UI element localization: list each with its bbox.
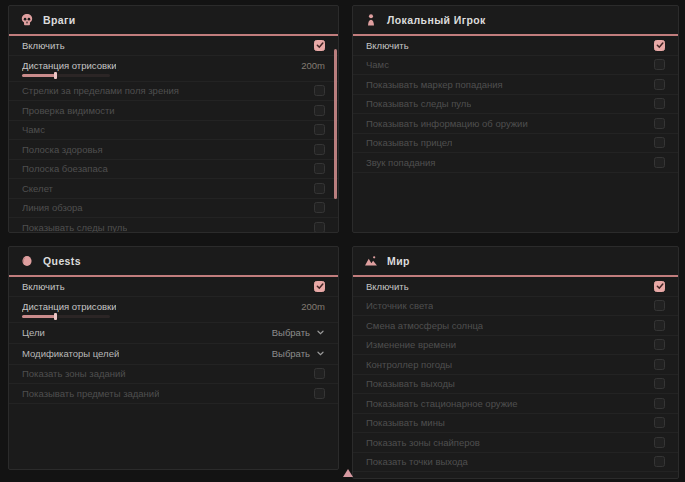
toggle-row[interactable]: Контроллер погоды (353, 355, 678, 375)
checkbox-checked[interactable] (654, 40, 665, 51)
toggle-row[interactable]: Показывать мины (353, 414, 678, 434)
toggle-row[interactable]: Звук попадания (353, 153, 678, 173)
dropdown-value: Выбрать (272, 348, 310, 359)
checkbox-unchecked[interactable] (654, 320, 665, 331)
slider-row[interactable]: Дистанция отрисовки200m (9, 56, 338, 82)
panel-header[interactable]: Враги (9, 6, 338, 34)
panel-enemies: Враги ВключитьДистанция отрисовки200mСтр… (8, 5, 339, 233)
checkbox-unchecked[interactable] (314, 388, 325, 399)
player-icon (364, 13, 378, 27)
toggle-row[interactable]: Показать точки выхода (353, 453, 678, 473)
setting-label: Чамс (22, 124, 45, 135)
toggle-row[interactable]: Полоска боезапаса (9, 160, 338, 180)
checkbox-unchecked[interactable] (314, 144, 325, 155)
toggle-row[interactable]: Стрелки за пределами поля зрения (9, 82, 338, 102)
toggle-row[interactable]: Показать зоны снайперов (353, 433, 678, 453)
checkbox-unchecked[interactable] (314, 368, 325, 379)
toggle-row[interactable]: Включить (353, 36, 678, 56)
checkbox-unchecked[interactable] (314, 202, 325, 213)
toggle-row[interactable]: Линия обзора (9, 199, 338, 219)
toggle-row[interactable]: Смена атмосферы солнца (353, 316, 678, 336)
toggle-row[interactable]: Показывать прицел (353, 134, 678, 154)
toggle-row[interactable]: Показывать выходы (353, 375, 678, 395)
checkbox-unchecked[interactable] (314, 124, 325, 135)
setting-label: Чамс (366, 59, 389, 70)
checkbox-unchecked[interactable] (654, 59, 665, 70)
panel-world: Мир ВключитьИсточник светаСмена атмосфер… (352, 246, 679, 479)
checkbox-unchecked[interactable] (314, 85, 325, 96)
settings-list: ВключитьДистанция отрисовки200mЦелиВыбра… (9, 277, 338, 469)
toggle-row[interactable]: Источник света (353, 297, 678, 317)
setting-label: Показывать стационарное оружие (366, 398, 518, 409)
setting-label: Источник света (366, 300, 433, 311)
dropdown[interactable]: Выбрать (272, 327, 325, 338)
dropdown[interactable]: Выбрать (272, 348, 325, 359)
slider-track[interactable] (22, 74, 110, 77)
toggle-row[interactable]: Чамс (9, 121, 338, 141)
checkbox-unchecked[interactable] (654, 359, 665, 370)
slider-fill (22, 315, 55, 318)
checkbox-checked[interactable] (314, 281, 325, 292)
toggle-row[interactable]: Включить (9, 277, 338, 297)
checkbox-unchecked[interactable] (654, 157, 665, 168)
setting-label: Показывать мины (366, 417, 445, 428)
checkbox-unchecked[interactable] (654, 437, 665, 448)
checkbox-unchecked[interactable] (654, 118, 665, 129)
slider-handle[interactable] (54, 72, 57, 79)
panel-title: Локальный Игрок (387, 14, 486, 26)
toggle-row[interactable]: Показывать предметы заданий (9, 384, 338, 404)
toggle-row[interactable]: Включить (9, 36, 338, 56)
checkbox-unchecked[interactable] (654, 98, 665, 109)
checkbox-unchecked[interactable] (654, 398, 665, 409)
select-row[interactable]: ЦелиВыбрать (9, 323, 338, 344)
checkbox-unchecked[interactable] (314, 163, 325, 174)
toggle-row[interactable]: Полоска здоровья (9, 140, 338, 160)
toggle-row[interactable]: Включить (353, 277, 678, 297)
world-icon (364, 254, 378, 268)
slider-row[interactable]: Дистанция отрисовки200m (9, 297, 338, 323)
setting-label: Стрелки за пределами поля зрения (22, 85, 179, 96)
panel-scrollbar[interactable] (334, 49, 337, 199)
panel-header[interactable]: Quests (9, 247, 338, 275)
setting-label: Цели (22, 327, 45, 338)
checkbox-unchecked[interactable] (654, 137, 665, 148)
checkbox-unchecked[interactable] (654, 339, 665, 350)
toggle-row[interactable]: Чамс (353, 56, 678, 76)
setting-label: Модификаторы целей (22, 348, 119, 359)
toggle-row[interactable]: Изменение времени (353, 336, 678, 356)
chevron-down-icon (316, 328, 325, 337)
panel-header[interactable]: Локальный Игрок (353, 6, 678, 34)
setting-label: Смена атмосферы солнца (366, 320, 483, 331)
toggle-row[interactable]: Показывать информацию об оружии (353, 114, 678, 134)
toggle-row[interactable]: Показывать маркер попадания (353, 75, 678, 95)
panel-header[interactable]: Мир (353, 247, 678, 275)
setting-label: Включить (22, 40, 65, 51)
check-icon (656, 282, 664, 290)
check-icon (316, 282, 324, 290)
checkbox-unchecked[interactable] (314, 183, 325, 194)
toggle-row[interactable]: Показывать следы пуль (9, 218, 338, 232)
toggle-row[interactable]: Скелет (9, 179, 338, 199)
select-row[interactable]: Модификаторы целейВыбрать (9, 344, 338, 365)
setting-label: Включить (22, 281, 65, 292)
checkbox-unchecked[interactable] (314, 222, 325, 232)
toggle-row[interactable]: Показывать следы пуль (353, 95, 678, 115)
checkbox-unchecked[interactable] (654, 378, 665, 389)
toggle-row[interactable]: Показать зоны заданий (9, 365, 338, 385)
checkbox-unchecked[interactable] (654, 300, 665, 311)
checkbox-unchecked[interactable] (654, 417, 665, 428)
checkbox-checked[interactable] (654, 281, 665, 292)
checkbox-unchecked[interactable] (654, 456, 665, 467)
setting-label: Показать точки выхода (366, 456, 468, 467)
checkbox-unchecked[interactable] (314, 105, 325, 116)
toggle-row[interactable]: Показывать стационарное оружие (353, 394, 678, 414)
panel-title: Враги (43, 14, 76, 26)
setting-label: Проверка видимости (22, 105, 115, 116)
settings-list: ВключитьИсточник светаСмена атмосферы со… (353, 277, 678, 478)
slider-handle[interactable] (54, 313, 57, 320)
checkbox-checked[interactable] (314, 40, 325, 51)
checkbox-unchecked[interactable] (654, 79, 665, 90)
quests-icon (20, 254, 34, 268)
slider-track[interactable] (22, 315, 110, 318)
toggle-row[interactable]: Проверка видимости (9, 101, 338, 121)
